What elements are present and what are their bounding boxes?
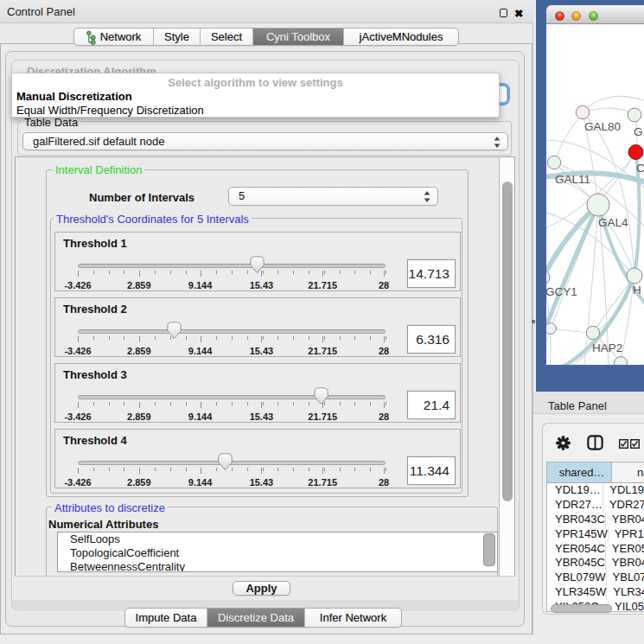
svg-text:C: C [636,162,644,175]
svg-text:G.: G. [634,125,644,138]
svg-text:H: H [633,284,641,296]
svg-text:GAL4: GAL4 [598,216,628,229]
svg-text:GCY1: GCY1 [546,285,577,298]
svg-text:GAL11: GAL11 [555,173,590,186]
svg-text:HAP2: HAP2 [592,341,622,354]
svg-text:GAL80: GAL80 [584,120,621,133]
